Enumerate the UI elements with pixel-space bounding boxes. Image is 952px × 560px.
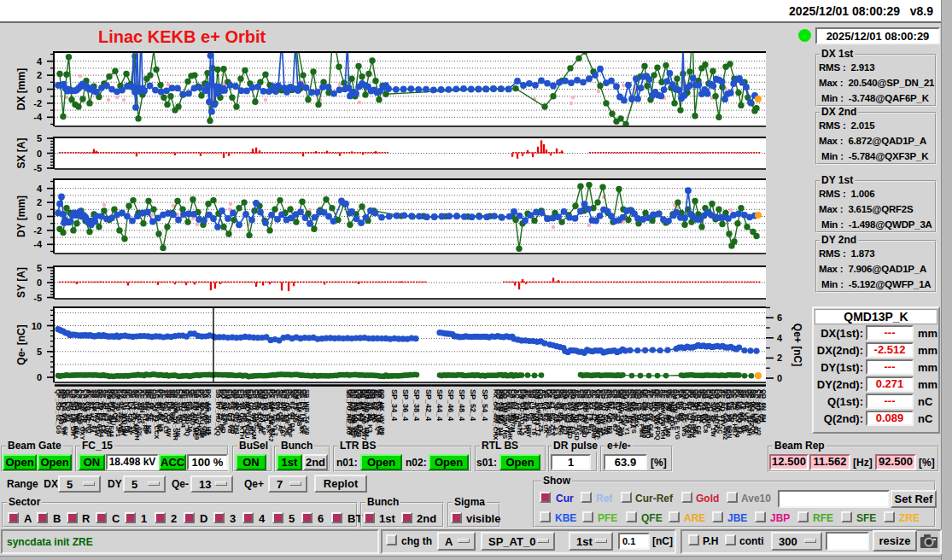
svg-text:-4: -4 xyxy=(33,239,43,249)
svg-text:SY [A]: SY [A] xyxy=(15,267,27,298)
svg-text:SP_52_4: SP_52_4 xyxy=(469,389,477,421)
svg-text:10: 10 xyxy=(32,321,42,331)
svg-text:0: 0 xyxy=(37,372,42,382)
svg-text:0: 0 xyxy=(37,277,42,288)
svg-text:DC_AS_ZR_H5: DC_AS_ZR_H5 xyxy=(205,389,213,435)
svg-text:SB_WB_T4_Y0: SB_WB_T4_Y0 xyxy=(303,389,311,435)
svg-text:SP_38_4: SP_38_4 xyxy=(412,389,421,421)
svg-text:DX [mm]: DX [mm] xyxy=(15,68,27,110)
svg-text:SP_46_4: SP_46_4 xyxy=(447,389,455,421)
svg-text:-2: -2 xyxy=(33,225,42,236)
svg-text:SX [A]: SX [A] xyxy=(15,137,27,168)
svg-text:0: 0 xyxy=(777,373,782,383)
svg-text:2: 2 xyxy=(37,197,42,207)
svg-text:0: 0 xyxy=(37,85,42,95)
svg-text:DY [mm]: DY [mm] xyxy=(15,195,27,237)
svg-text:0: 0 xyxy=(37,212,42,222)
svg-text:QD_HK_YV_P9: QD_HK_YV_P9 xyxy=(378,389,386,435)
svg-text:-5: -5 xyxy=(33,293,42,303)
svg-text:SP_44_4: SP_44_4 xyxy=(435,389,444,421)
svg-text:-5: -5 xyxy=(33,163,42,173)
svg-text:2: 2 xyxy=(777,353,782,363)
svg-text:Qe+ [nC]: Qe+ [nC] xyxy=(791,324,803,366)
svg-text:SP_36_4: SP_36_4 xyxy=(401,389,410,421)
svg-text:6: 6 xyxy=(777,312,782,323)
svg-text:Qe- [nC]: Qe- [nC] xyxy=(15,324,27,365)
svg-text:0: 0 xyxy=(37,149,42,159)
svg-text:SP_54_4: SP_54_4 xyxy=(481,389,489,421)
svg-text:4: 4 xyxy=(37,56,43,67)
svg-text:2: 2 xyxy=(37,70,42,80)
svg-text:-2: -2 xyxy=(33,98,42,108)
svg-text:5: 5 xyxy=(37,133,42,143)
svg-text:SP_34_4: SP_34_4 xyxy=(390,389,399,421)
svg-text:SP_42_4: SP_42_4 xyxy=(424,389,433,421)
svg-text:5: 5 xyxy=(37,347,42,357)
svg-text:SP_48_4: SP_48_4 xyxy=(458,389,466,421)
svg-text:QD_6N_8H: QD_6N_8H xyxy=(760,389,768,423)
svg-text:4: 4 xyxy=(777,333,783,343)
svg-text:-4: -4 xyxy=(33,112,43,122)
svg-text:4: 4 xyxy=(37,184,43,194)
svg-text:5: 5 xyxy=(37,263,42,273)
